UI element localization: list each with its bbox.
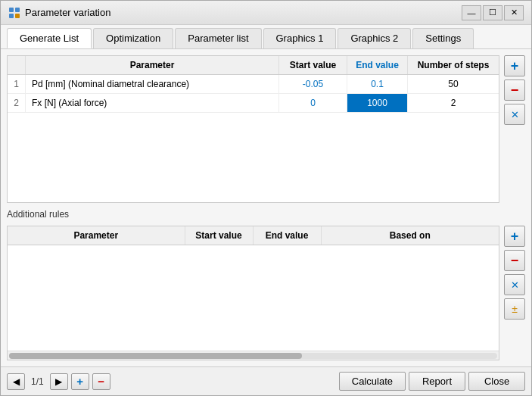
lower-col-start: Start value [185,226,254,245]
report-button[interactable]: Report [409,372,465,391]
row-steps-2: 2 [408,94,499,112]
svg-rect-0 [9,8,14,12]
lower-table-header: Parameter Start value End value Based on [8,226,499,245]
lower-table-body [8,245,499,351]
row-param-1: Pd [mm] (Nominal diametral clearance) [26,75,279,93]
nav-prev-button[interactable]: ◀ [7,373,25,390]
lower-side-buttons: + − ✕ ± [504,226,525,360]
row-end-1: 0.1 [347,75,408,93]
close-button[interactable]: ✕ [504,5,524,20]
table-row[interactable]: 1 Pd [mm] (Nominal diametral clearance) … [8,75,499,94]
upper-table-header: Parameter Start value End value Number o… [8,56,499,75]
upper-add-button[interactable]: + [504,55,525,76]
svg-rect-2 [9,14,14,18]
tab-graphics-1[interactable]: Graphics 1 [263,28,337,48]
tab-optimization[interactable]: Optimization [93,28,173,48]
svg-rect-3 [15,14,20,18]
nav-remove-button[interactable]: − [92,373,110,390]
nav-add-button[interactable]: + [71,373,89,390]
upper-clear-button[interactable]: ✕ [504,104,525,125]
lower-add-button[interactable]: + [504,226,525,247]
tab-parameter-list[interactable]: Parameter list [175,28,261,48]
lower-col-parameter: Parameter [8,226,185,245]
title-bar: Parameter variation — ☐ ✕ [1,1,531,25]
tab-generate-list[interactable]: Generate List [7,28,92,48]
row-param-2: Fx [N] (Axial force) [26,94,279,112]
upper-section: Parameter Start value End value Number o… [7,55,525,203]
window-title: Parameter variation [25,7,457,18]
scrollbar-track [9,353,497,359]
bottom-bar: ◀ 1/1 ▶ + − Calculate Report Close [1,366,531,395]
row-start-1: -0.05 [279,75,347,93]
scrollbar-thumb [9,353,302,359]
svg-rect-1 [15,8,20,12]
nav-next-button[interactable]: ▶ [50,373,68,390]
lower-scrollbar[interactable] [8,351,499,360]
upper-remove-button[interactable]: − [504,80,525,101]
col-end-value: End value [347,56,408,74]
lower-section: Additional rules Parameter Start value E… [7,209,525,360]
row-steps-1: 50 [408,75,499,93]
row-start-2: 0 [279,94,347,112]
window-icon [8,7,20,19]
tab-bar: Generate List Optimization Parameter lis… [1,25,531,49]
window-controls: — ☐ ✕ [462,5,524,20]
row-num-2: 2 [8,94,26,112]
row-num-1: 1 [8,75,26,93]
col-num-steps: Number of steps [408,56,499,74]
additional-rules-label: Additional rules [7,209,525,221]
table-row[interactable]: 2 Fx [N] (Axial force) 0 1000 2 [8,94,499,113]
tab-settings[interactable]: Settings [412,28,474,48]
main-content: Parameter Start value End value Number o… [1,49,531,366]
lower-table: Parameter Start value End value Based on [7,226,499,360]
col-num [8,56,26,74]
lower-remove-button[interactable]: − [504,250,525,271]
upper-table: Parameter Start value End value Number o… [7,55,499,203]
page-info: 1/1 [28,376,47,387]
lower-col-end: End value [254,226,322,245]
upper-table-body: 1 Pd [mm] (Nominal diametral clearance) … [8,75,499,202]
col-start-value: Start value [279,56,347,74]
close-action-button[interactable]: Close [468,372,525,391]
calculate-button[interactable]: Calculate [339,372,406,391]
minimize-button[interactable]: — [462,5,481,20]
main-window: Parameter variation — ☐ ✕ Generate List … [0,0,532,396]
row-end-2-editing[interactable]: 1000 [347,94,408,112]
upper-side-buttons: + − ✕ [504,55,525,203]
lower-col-based-on: Based on [322,226,499,245]
col-parameter: Parameter [26,56,279,74]
lower-special-button[interactable]: ± [504,298,525,320]
maximize-button[interactable]: ☐ [483,5,502,20]
tab-graphics-2[interactable]: Graphics 2 [338,28,411,48]
lower-clear-button[interactable]: ✕ [504,274,525,295]
lower-section-inner: Parameter Start value End value Based on [7,226,525,360]
